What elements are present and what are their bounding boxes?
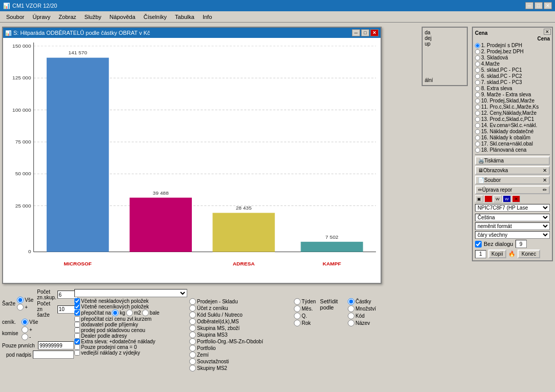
rb-zemi[interactable] bbox=[189, 352, 196, 358]
rb-kod-suklu[interactable] bbox=[189, 312, 196, 318]
cb-prodejen-skladu[interactable]: Prodejen - Skladu bbox=[189, 298, 292, 305]
rb-cena-13[interactable]: 14. Ev.cena=Skl.c.+nákl. bbox=[475, 122, 550, 128]
rb-cena-2[interactable]: 3. Skladová bbox=[475, 55, 550, 60]
rb-mes[interactable]: Měs. bbox=[294, 305, 316, 312]
rb-mnozstvi-input[interactable] bbox=[348, 305, 354, 312]
rb-cena-15[interactable]: 16. Náklady k obalům bbox=[475, 135, 550, 140]
cb-prodej-pod[interactable]: prodej pod skladovou cenou bbox=[74, 327, 187, 333]
cb-skupina-ms-zbozi[interactable]: Skupina MS, zboží bbox=[189, 325, 292, 332]
soubor-btn[interactable]: 📄 Soubor ✕ bbox=[475, 176, 550, 184]
rb-cena-8[interactable]: 9. Marže - Extra sleva bbox=[475, 92, 550, 97]
rb-tydne[interactable]: Týden bbox=[294, 298, 316, 305]
rb-kg[interactable]: kg bbox=[112, 310, 125, 316]
rb-cena-0-input[interactable] bbox=[475, 43, 480, 48]
komise-minus-radio[interactable] bbox=[22, 334, 28, 340]
rb-q[interactable]: Q. bbox=[294, 313, 316, 319]
rb-mnozstvi[interactable]: Množství bbox=[348, 305, 376, 312]
rb-cena-14[interactable]: 15. Náklady dodatečné bbox=[475, 129, 550, 134]
menu-ciselníky[interactable]: Číselníky bbox=[140, 13, 171, 21]
menu-tabulka[interactable]: Tabulka bbox=[171, 13, 199, 21]
cb-nceníkovych[interactable]: Včetně neceníkových položek bbox=[74, 304, 187, 310]
cb-portfolio[interactable]: Portfolio bbox=[189, 345, 292, 352]
rb-cena-1[interactable]: 2. Prodej.bez DPH bbox=[475, 49, 550, 54]
menu-sluzby[interactable]: Služby bbox=[81, 13, 106, 21]
cenik-vse-label[interactable]: Vše bbox=[22, 319, 38, 325]
toolbar-btn1[interactable]: ▣ bbox=[475, 195, 483, 202]
konec-btn[interactable]: Konec bbox=[518, 250, 540, 258]
cb-prepocitat-cizi-input[interactable] bbox=[74, 316, 80, 322]
menu-zobraz[interactable]: Zobraz bbox=[54, 13, 80, 21]
rb-m2[interactable]: m2 bbox=[126, 310, 141, 316]
rb-skupina-ms-zbozi[interactable] bbox=[189, 325, 196, 332]
rb-odberatel[interactable] bbox=[189, 318, 196, 325]
rb-cena-7-input[interactable] bbox=[475, 86, 480, 91]
cb-kod-suklu[interactable]: Kód Suklu / Nutreco bbox=[189, 312, 292, 318]
rb-cena-16-input[interactable] bbox=[475, 141, 480, 147]
cb-ucet[interactable]: Účet z ceníku bbox=[189, 305, 292, 312]
cb-pouze-prodejni[interactable]: Pouze prodejní cena = 0 bbox=[74, 344, 187, 350]
cb-souvztaznosti[interactable]: Souvztažnosti bbox=[189, 358, 292, 365]
cb-vedlejsi-input[interactable] bbox=[74, 350, 80, 356]
cb-skupiny-ms2[interactable]: Skupiny MS2 bbox=[189, 365, 292, 372]
rb-cena-14-input[interactable] bbox=[475, 129, 480, 134]
cb-extra-sleva-input[interactable] bbox=[74, 339, 80, 344]
rb-cena-13-input[interactable] bbox=[475, 123, 480, 128]
menu-upravy[interactable]: Úpravy bbox=[28, 13, 54, 21]
language-select[interactable]: Čeština bbox=[475, 214, 550, 221]
rb-cena-4[interactable]: 5. sklad.PC - PC1 bbox=[475, 67, 550, 73]
cb-neskladovych[interactable]: Včetně neskladových položek bbox=[74, 298, 187, 304]
format-select[interactable]: neměnit formát bbox=[475, 222, 550, 230]
rb-bale-input[interactable] bbox=[142, 310, 149, 316]
obrazovka-btn[interactable]: 🖥 Obrazovka ✕ bbox=[475, 166, 550, 175]
rb-kg-input[interactable] bbox=[112, 310, 118, 316]
rb-cena-0[interactable]: 1. Prodejní s DPH bbox=[475, 43, 550, 48]
rb-cena-15-input[interactable] bbox=[475, 135, 480, 140]
rb-bale[interactable]: bale bbox=[142, 310, 160, 316]
printer-select[interactable]: NPIC7C8F7 (HP Lase bbox=[475, 204, 550, 212]
rb-cena-9[interactable]: 10. Prodej,Sklad,Marže bbox=[475, 98, 550, 104]
lines-select[interactable]: čáry všechny bbox=[475, 231, 550, 239]
kopii-btn[interactable]: Kopií bbox=[488, 250, 506, 258]
dialog-num-input[interactable] bbox=[516, 240, 527, 248]
cb-zemi[interactable]: Zemí bbox=[189, 352, 292, 358]
rb-cena-1-input[interactable] bbox=[475, 49, 480, 54]
menu-napoveda[interactable]: Nápověda bbox=[106, 13, 140, 21]
sarze-vse-radio[interactable] bbox=[17, 297, 24, 303]
cb-dodavatel-input[interactable] bbox=[74, 322, 80, 327]
chart-minimize-btn[interactable]: ─ bbox=[352, 29, 360, 36]
rb-rok[interactable]: Rok bbox=[294, 320, 316, 326]
cb-pouze-prodejni-input[interactable] bbox=[74, 344, 80, 350]
toolbar-btn5[interactable]: ✕ bbox=[512, 195, 520, 202]
cb-vedlejsi[interactable]: vedlejší náklady z výdejky bbox=[74, 350, 187, 356]
rb-cena-17-input[interactable] bbox=[475, 148, 480, 153]
rb-cena-9-input[interactable] bbox=[475, 98, 480, 104]
rb-rok-input[interactable] bbox=[294, 320, 301, 326]
menu-info[interactable]: Info bbox=[199, 13, 216, 21]
rb-portfolio-org[interactable] bbox=[189, 338, 196, 345]
cb-extra-sleva[interactable]: Extra sleva: +dodatečné náklady bbox=[74, 339, 187, 344]
rb-ucet[interactable] bbox=[189, 305, 196, 312]
rb-castky-input[interactable] bbox=[348, 298, 354, 305]
sarze-vse-label[interactable]: Vše bbox=[17, 297, 33, 303]
rb-skupiny-ms2[interactable] bbox=[189, 365, 196, 372]
rb-cena-17[interactable]: 18. Plánovaná cena bbox=[475, 147, 550, 153]
rb-m2-input[interactable] bbox=[126, 310, 133, 316]
main-dropdown[interactable] bbox=[74, 289, 187, 297]
komise-minus-label[interactable]: - bbox=[22, 334, 32, 340]
komise-plus-radio[interactable] bbox=[22, 326, 28, 333]
rb-cena-8-input[interactable] bbox=[475, 92, 480, 97]
cb-prepocitat-input[interactable] bbox=[74, 310, 80, 316]
rb-q-input[interactable] bbox=[294, 313, 301, 319]
rb-nazev[interactable]: Název bbox=[348, 320, 376, 326]
pod-nadpis-input[interactable] bbox=[33, 350, 74, 359]
rb-souvztaznosti[interactable] bbox=[189, 358, 196, 365]
rb-cena-5[interactable]: 6. sklad.PC - PC2 bbox=[475, 73, 550, 79]
rb-kod[interactable]: Kód bbox=[348, 313, 376, 319]
rb-cena-3[interactable]: 4.Marže bbox=[475, 61, 550, 67]
rb-cena-2-input[interactable] bbox=[475, 55, 480, 60]
cb-portfolio-org[interactable]: Portfolio-Org.-MS-Zn-Období bbox=[189, 338, 292, 345]
cb-prepocitat[interactable]: přepočítat na bbox=[74, 310, 111, 316]
cb-dodavatel[interactable]: dodavatel podle příjemky bbox=[74, 322, 187, 327]
rb-portfolio[interactable] bbox=[189, 345, 196, 352]
rb-cena-10[interactable]: 11. Pro.c,Skl.c.,Marže,Ks bbox=[475, 104, 550, 110]
